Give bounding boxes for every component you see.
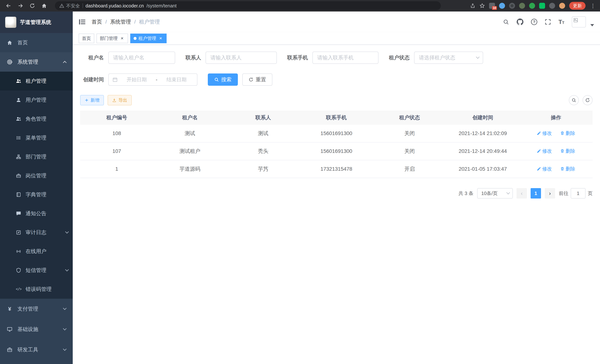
extension-icon-4[interactable] — [519, 3, 525, 9]
phone-input[interactable] — [312, 52, 378, 64]
extension-badge: 10 — [492, 6, 497, 10]
sidebar-item-devtools[interactable]: 研发工具 — [0, 339, 73, 360]
sidebar-item-infra[interactable]: 基础设施 — [0, 319, 73, 339]
app-logo: 芋道管理系统 — [0, 11, 73, 33]
browser-menu-icon[interactable]: ⋮ — [590, 3, 596, 9]
extension-icon-3[interactable] — [509, 3, 515, 9]
font-size-icon[interactable]: TT — [558, 19, 564, 25]
sidebar-item-user[interactable]: 用户管理 — [0, 91, 73, 110]
pagination: 共 3 条 10条/页 ‹ 1 › 前往 页 — [80, 188, 593, 198]
security-label: 不安全 — [66, 3, 80, 9]
tab-tenant[interactable]: 租户管理 × — [130, 34, 167, 43]
goto-page-input[interactable] — [571, 188, 586, 198]
sidebar: 芋道管理系统 首页 系统管理 租户管理 用户管理 — [0, 11, 73, 364]
fullscreen-icon[interactable] — [545, 19, 551, 25]
monitor-icon — [7, 327, 13, 332]
extension-icon-5[interactable] — [529, 3, 535, 9]
avatar-caret-icon[interactable] — [590, 24, 594, 27]
sidebar-item-audit-log[interactable]: 审计日志 — [0, 223, 73, 242]
share-icon[interactable] — [470, 3, 475, 8]
security-warning: 不安全 — [59, 3, 80, 9]
people-icon — [16, 78, 21, 84]
page-size-select[interactable]: 10条/页 — [477, 188, 513, 198]
header-search-icon[interactable] — [503, 19, 509, 25]
user-avatar[interactable] — [572, 16, 586, 28]
breadcrumb-system[interactable]: 系统管理 — [110, 18, 131, 25]
tab-dept[interactable]: 部门管理 × — [96, 34, 128, 43]
extensions-puzzle-icon[interactable] — [549, 3, 555, 9]
delete-link[interactable]: 删除 — [560, 148, 575, 154]
code-icon: </> — [16, 287, 21, 291]
edit-link[interactable]: 修改 — [537, 130, 552, 137]
tenant-name-label: 租户名 — [80, 54, 108, 61]
trash-icon — [560, 131, 564, 135]
refresh-table-button[interactable] — [582, 95, 593, 105]
contact-label: 联系人 — [186, 54, 206, 61]
refresh-icon — [585, 98, 590, 103]
url-path: /system/tenant — [146, 3, 177, 9]
home-nav-icon[interactable] — [39, 1, 49, 10]
search-icon — [214, 77, 219, 82]
close-icon[interactable]: × — [120, 36, 125, 41]
tab-home[interactable]: 首页 — [79, 34, 94, 43]
extension-icon-1[interactable]: 10 — [489, 3, 495, 9]
breadcrumb-home[interactable]: 首页 — [92, 18, 102, 25]
delete-link[interactable]: 删除 — [560, 166, 575, 172]
sidebar-item-tenant[interactable]: 租户管理 — [0, 72, 73, 91]
update-button[interactable]: 更新 — [569, 2, 586, 10]
forward-icon[interactable] — [16, 1, 25, 10]
sidebar-item-menu[interactable]: 菜单管理 — [0, 128, 73, 147]
sidebar-item-online-users[interactable]: 在线用户 — [0, 242, 73, 261]
chevron-up-icon — [63, 61, 67, 65]
sidebar-item-payment[interactable]: ¥ 支付管理 — [0, 299, 73, 319]
export-button[interactable]: 导出 — [108, 95, 132, 105]
reload-icon[interactable] — [28, 1, 37, 10]
edit-icon — [537, 131, 541, 135]
tenant-page: 租户名 联系人 联系手机 租户状态 请选择租户状态 — [73, 45, 600, 364]
gear-icon — [7, 59, 13, 65]
table-row: 107 测试租户 秃头 15601691300 关闭 2021-12-14 20… — [80, 142, 593, 160]
sidebar-item-sms[interactable]: 短信管理 — [0, 261, 73, 280]
book-icon — [16, 192, 21, 197]
chevron-down-icon — [63, 347, 67, 351]
edit-link[interactable]: 修改 — [537, 166, 552, 172]
extension-icon-2[interactable] — [499, 3, 505, 9]
table-row: 108 测试 测试 15601691300 关闭 2021-12-14 21:0… — [80, 125, 593, 142]
collapse-sidebar-icon[interactable] — [79, 19, 86, 25]
date-separator: - — [156, 77, 157, 83]
show-search-button[interactable] — [569, 95, 579, 105]
tenant-name-input[interactable] — [108, 52, 175, 64]
delete-link[interactable]: 删除 — [560, 130, 575, 137]
url-host: dashboard.yudao.iocoder.cn — [85, 3, 144, 9]
search-button[interactable]: 搜索 — [208, 74, 238, 86]
profile-avatar[interactable] — [559, 3, 565, 9]
edit-link[interactable]: 修改 — [537, 148, 552, 154]
sidebar-item-dict[interactable]: 字典管理 — [0, 185, 73, 204]
help-icon[interactable]: ? — [531, 19, 537, 25]
breadcrumb-separator: / — [105, 19, 107, 25]
warning-icon — [59, 3, 64, 8]
close-icon[interactable]: × — [158, 36, 163, 41]
prev-page-button[interactable]: ‹ — [516, 188, 527, 198]
github-icon[interactable] — [516, 18, 524, 25]
bookmark-star-icon[interactable] — [479, 3, 485, 9]
next-page-button[interactable]: › — [545, 188, 555, 198]
url-divider — [83, 3, 83, 8]
create-time-label: 创建时间 — [80, 76, 108, 83]
reset-button[interactable]: 重置 — [242, 74, 272, 86]
extension-icon-6[interactable] — [539, 3, 545, 9]
sidebar-item-role[interactable]: 角色管理 — [0, 110, 73, 128]
date-range-picker[interactable]: 开始日期 - 结束日期 — [108, 74, 197, 86]
url-bar[interactable]: 不安全 dashboard.yudao.iocoder.cn/system/te… — [55, 1, 441, 10]
sidebar-item-error-code[interactable]: </>错误码管理 — [0, 280, 73, 299]
sidebar-item-home[interactable]: 首页 — [0, 33, 73, 52]
status-select[interactable]: 请选择租户状态 — [414, 52, 483, 64]
page-1-button[interactable]: 1 — [531, 188, 541, 198]
contact-input[interactable] — [206, 52, 277, 64]
sidebar-item-post[interactable]: 岗位管理 — [0, 166, 73, 185]
sidebar-item-notice[interactable]: 通知公告 — [0, 204, 73, 223]
add-button[interactable]: 新增 — [80, 95, 104, 105]
sidebar-item-dept[interactable]: 部门管理 — [0, 147, 73, 166]
back-icon[interactable] — [4, 1, 13, 10]
sidebar-item-system[interactable]: 系统管理 — [0, 52, 73, 72]
